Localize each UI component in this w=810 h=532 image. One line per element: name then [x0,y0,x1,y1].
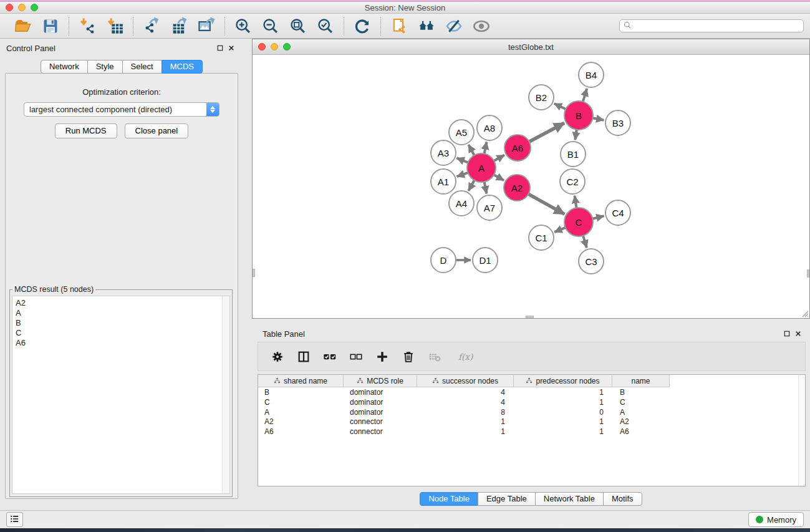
table-cell[interactable]: connector [344,417,417,427]
canvas-left-scroll-thumb[interactable] [253,269,255,277]
tab-node-table[interactable]: Node Table [420,492,478,506]
zoom-fit-icon[interactable] [287,16,309,36]
mcds-list-scrollbar[interactable] [222,296,229,493]
table-cell[interactable]: 4 [417,387,514,397]
edge-A-A1[interactable] [457,173,468,177]
delete-icon[interactable] [400,349,417,365]
edge-C-C1[interactable] [554,228,566,232]
table-cell[interactable]: 8 [417,407,514,417]
close-panel-button[interactable]: Close panel [125,123,189,138]
edge-C-C3[interactable] [583,236,587,248]
table-cell[interactable]: A6 [258,427,344,437]
table-cell[interactable]: C [258,397,344,407]
tab-select[interactable]: Select [122,60,162,74]
tab-network-table[interactable]: Network Table [535,492,604,506]
hide-eye-icon[interactable] [443,16,465,36]
table-scrollbar[interactable] [798,375,805,486]
column-header-predecessor-nodes[interactable]: predecessor nodes [514,375,612,387]
mcds-result-item[interactable]: A6 [16,338,222,348]
settings-gear-icon[interactable] [269,349,286,365]
table-close-panel-icon[interactable] [793,328,804,339]
tab-network[interactable]: Network [41,60,88,74]
edge-C-C4[interactable] [592,216,604,218]
edge-A-A5[interactable] [468,145,474,155]
table-row[interactable]: Cdominator41C [258,397,805,407]
edge-B-B4[interactable] [583,89,587,102]
table-cell[interactable]: C [612,397,670,407]
tab-mcds[interactable]: MCDS [162,60,203,74]
edge-B-B3[interactable] [593,118,604,120]
table-cell[interactable]: 1 [514,417,612,427]
edge-A-A6[interactable] [494,155,504,161]
task-history-button[interactable] [6,512,23,527]
table-cell[interactable]: B [612,387,670,397]
close-panel-icon[interactable] [226,42,237,54]
tab-motifs[interactable]: Motifs [603,492,642,506]
column-header-successor-nodes[interactable]: successor nodes [417,375,514,387]
table-cell[interactable]: 1 [514,397,612,407]
table-row[interactable]: Bdominator41B [258,387,805,397]
edge-A-A2[interactable] [494,175,504,180]
table-cell[interactable]: A2 [612,417,670,427]
add-icon[interactable] [374,349,390,365]
import-table-icon[interactable] [104,16,125,36]
edge-B-B2[interactable] [554,104,566,109]
search-input[interactable] [632,21,803,31]
table-cell[interactable]: 1 [417,427,514,437]
export-table-icon[interactable] [168,16,190,36]
zoom-selected-icon[interactable] [315,16,336,36]
edge-A-A4[interactable] [468,180,474,191]
edge-A-A8[interactable] [485,142,487,154]
mcds-result-item[interactable]: A2 [16,298,222,308]
table-cell[interactable]: A [258,407,344,417]
edge-A2-C[interactable] [528,194,564,214]
run-mcds-button[interactable]: Run MCDS [55,123,117,138]
column-header-name[interactable]: name [612,375,670,387]
table-cell[interactable]: dominator [344,387,417,397]
deselect-all-icon[interactable] [348,349,364,365]
tab-style[interactable]: Style [87,60,123,74]
open-folder-icon[interactable] [12,16,34,36]
refresh-icon[interactable] [352,16,373,36]
table-cell[interactable]: 4 [417,397,514,407]
mcds-result-item[interactable]: C [16,328,222,338]
table-row[interactable]: A2connector11A2 [258,417,805,427]
edge-A-A7[interactable] [485,182,487,194]
tab-edge-table[interactable]: Edge Table [478,492,536,506]
canvas-bottom-scroll-thumb[interactable] [526,316,534,318]
edge-A6-B[interactable] [529,123,564,142]
select-all-icon[interactable] [322,349,338,365]
table-cell[interactable]: A [612,407,670,417]
table-row[interactable]: Adominator80A [258,407,805,417]
optimization-criterion-select[interactable]: largest connected component (directed) [24,102,219,117]
resize-corner-handle[interactable] [800,309,809,317]
table-cell[interactable]: 1 [417,417,514,427]
table-row[interactable]: A6connector11A6 [258,427,805,437]
zoom-in-icon[interactable] [233,16,254,36]
export-image-icon[interactable] [196,16,217,36]
home-neighbors-icon[interactable] [416,16,437,36]
table-cell[interactable]: dominator [344,407,417,417]
import-network-icon[interactable] [77,16,98,36]
network-graph[interactable]: AA1A2A3A4A5A6A7A8BB1B2B3B4CC1C2C3C4DD1 [253,55,809,318]
new-network-file-icon[interactable] [388,16,410,36]
show-eye-icon[interactable] [471,16,492,36]
table-float-panel-icon[interactable] [781,328,793,339]
show-columns-icon[interactable] [296,349,312,365]
memory-button[interactable]: Memory [748,512,804,527]
canvas-right-scroll-thumb[interactable] [807,269,809,278]
table-cell[interactable]: 1 [514,387,612,397]
table-cell[interactable]: A2 [258,417,344,427]
network-canvas[interactable]: AA1A2A3A4A5A6A7A8BB1B2B3B4CC1C2C3C4DD1 [253,55,809,318]
mcds-result-item[interactable]: B [16,318,222,328]
export-network-icon[interactable] [141,16,162,36]
edge-C-C2[interactable] [575,196,577,208]
table-cell[interactable]: 1 [514,427,612,437]
table-cell[interactable]: dominator [344,397,417,407]
table-cell[interactable]: B [258,387,344,397]
zoom-out-icon[interactable] [260,16,281,36]
edge-A-A3[interactable] [456,158,468,162]
search-box[interactable] [619,19,804,32]
save-icon[interactable] [40,16,61,36]
table-cell[interactable]: connector [344,427,417,437]
